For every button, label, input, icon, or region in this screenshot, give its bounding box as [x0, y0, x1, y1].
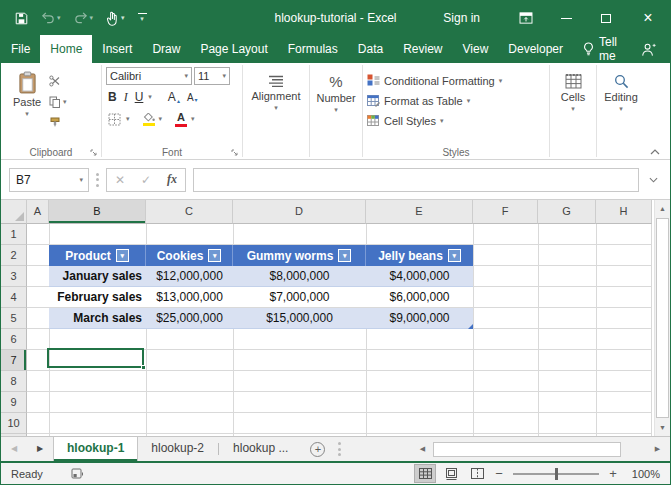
row-header-11[interactable]: 11	[1, 434, 27, 436]
row-header-3[interactable]: 3	[1, 266, 27, 287]
zoom-out-button[interactable]: −	[492, 466, 506, 481]
italic-button[interactable]: I	[122, 90, 130, 105]
row-header-2[interactable]: 2	[1, 245, 27, 266]
zoom-level[interactable]: 100%	[624, 468, 660, 480]
copy-button[interactable]: ▾	[49, 93, 67, 110]
name-box[interactable]: B7 ▾	[9, 168, 89, 192]
scroll-down-button[interactable]: ▼	[655, 419, 670, 436]
tell-me-box[interactable]: Tell me	[573, 35, 641, 63]
tab-draw[interactable]: Draw	[142, 35, 190, 63]
row-header-1[interactable]: 1	[1, 224, 27, 245]
column-header-c[interactable]: C	[146, 200, 233, 224]
undo-button[interactable]: ▾	[41, 12, 61, 24]
table-header-jelly-beans[interactable]: Jelly beans ▾	[366, 245, 473, 266]
page-break-preview-button[interactable]	[466, 464, 488, 483]
chevron-down-icon[interactable]: ▾	[57, 14, 61, 22]
page-layout-view-button[interactable]	[440, 464, 462, 483]
tab-review[interactable]: Review	[393, 35, 452, 63]
alignment-button[interactable]: Alignment ▾	[247, 67, 305, 112]
formula-input[interactable]	[193, 168, 639, 192]
number-button[interactable]: % Number ▾	[314, 67, 358, 114]
cell-c3[interactable]: $12,000,000	[146, 266, 233, 286]
cell-styles-button[interactable]: Cell Styles ▾	[367, 112, 545, 129]
collapse-ribbon-button[interactable]	[650, 149, 660, 155]
insert-function-button[interactable]: fx	[159, 172, 185, 187]
horizontal-scroll-track[interactable]	[431, 441, 649, 458]
row-header-10[interactable]: 10	[1, 413, 27, 434]
font-name-select[interactable]: Calibri ▾	[106, 67, 192, 85]
filter-button[interactable]: ▾	[338, 249, 351, 262]
cell-c5[interactable]: $25,000,000	[146, 308, 233, 328]
table-header-product[interactable]: Product ▾	[49, 245, 146, 266]
scroll-up-button[interactable]: ▲	[655, 200, 670, 217]
tab-insert[interactable]: Insert	[92, 35, 142, 63]
cell-d4[interactable]: $7,000,000	[233, 287, 366, 307]
tab-home[interactable]: Home	[40, 35, 92, 63]
filter-button[interactable]: ▾	[116, 249, 129, 262]
increase-font-button[interactable]: A▴	[166, 90, 182, 104]
cell-b4[interactable]: February sales	[49, 287, 146, 307]
sheet-tab-hlookup-2[interactable]: hlookup-2	[138, 437, 217, 461]
tab-bar-splitter[interactable]	[338, 442, 341, 456]
ribbon-display-options-button[interactable]	[506, 1, 546, 35]
cut-button[interactable]	[49, 72, 67, 89]
row-header-9[interactable]: 9	[1, 392, 27, 413]
cell-b5[interactable]: March sales	[49, 308, 146, 328]
cell-e4[interactable]: $6,000,000	[366, 287, 473, 307]
sign-in-button[interactable]: Sign in	[443, 11, 480, 25]
row-header-5[interactable]: 5	[1, 308, 27, 329]
font-size-select[interactable]: 11 ▾	[194, 67, 230, 85]
cell-b3[interactable]: January sales	[49, 266, 146, 286]
filter-button[interactable]: ▾	[208, 249, 221, 262]
cell-d3[interactable]: $8,000,000	[233, 266, 366, 286]
chevron-down-icon[interactable]: ▾	[159, 115, 163, 123]
maximize-button[interactable]	[586, 1, 626, 35]
column-header-h[interactable]: H	[596, 200, 652, 224]
tab-formulas[interactable]: Formulas	[278, 35, 348, 63]
conditional-formatting-button[interactable]: Conditional Formatting ▾	[367, 72, 545, 89]
editing-button[interactable]: Editing ▾	[601, 67, 641, 113]
select-all-button[interactable]	[1, 200, 27, 224]
tab-file[interactable]: File	[1, 35, 40, 63]
cell-c4[interactable]: $13,000,000	[146, 287, 233, 307]
row-header-6[interactable]: 6	[1, 329, 27, 350]
sheet-tab-hlookup-3[interactable]: hlookup ...	[220, 437, 301, 461]
share-person-icon[interactable]	[641, 35, 656, 63]
font-dialog-launcher[interactable]	[231, 149, 239, 157]
scroll-right-button[interactable]: ▶	[649, 441, 666, 458]
fill-handle[interactable]	[141, 365, 146, 370]
clipboard-dialog-launcher[interactable]	[90, 149, 98, 157]
row-header-8[interactable]: 8	[1, 371, 27, 392]
column-header-d[interactable]: D	[233, 200, 366, 224]
chevron-down-icon[interactable]: ▾	[148, 93, 152, 101]
vertical-scroll-thumb[interactable]	[656, 218, 669, 418]
cell-e5[interactable]: $9,000,000	[366, 308, 473, 328]
touch-mouse-mode-button[interactable]: ▾	[106, 11, 125, 26]
redo-button[interactable]: ▾	[74, 12, 94, 24]
sheet-tab-hlookup-1[interactable]: hlookup-1	[53, 437, 138, 461]
macro-record-icon[interactable]	[71, 468, 84, 480]
cells-button[interactable]: Cells ▾	[554, 67, 592, 113]
chevron-down-icon[interactable]: ▾	[121, 14, 125, 22]
column-header-e[interactable]: E	[366, 200, 473, 224]
filter-button[interactable]: ▾	[448, 249, 461, 262]
minimize-button[interactable]	[546, 1, 586, 35]
normal-view-button[interactable]	[414, 464, 436, 483]
scroll-left-button[interactable]: ◀	[414, 441, 431, 458]
chevron-down-icon[interactable]: ▾	[191, 115, 195, 123]
row-header-7[interactable]: 7	[1, 350, 27, 371]
close-button[interactable]: ×	[626, 1, 670, 35]
column-header-b[interactable]: B	[49, 200, 146, 224]
row-header-4[interactable]: 4	[1, 287, 27, 308]
format-as-table-button[interactable]: Format as Table ▾	[367, 92, 545, 109]
selected-cell[interactable]	[47, 348, 144, 368]
column-header-f[interactable]: F	[473, 200, 538, 224]
horizontal-scrollbar[interactable]: ◀ ▶	[414, 437, 666, 461]
tab-developer[interactable]: Developer	[498, 35, 573, 63]
table-header-gummy-worms[interactable]: Gummy worms ▾	[233, 245, 366, 266]
cancel-button[interactable]: ✕	[107, 173, 133, 187]
sheet-nav-left-icon[interactable]: ◀	[1, 437, 27, 461]
sheet-body[interactable]: 1 2 3 4 5 6 7 8 9 10 11 Product ▾	[1, 224, 670, 436]
tab-view[interactable]: View	[453, 35, 499, 63]
sheet-nav-right-icon[interactable]: ▶	[27, 437, 53, 461]
